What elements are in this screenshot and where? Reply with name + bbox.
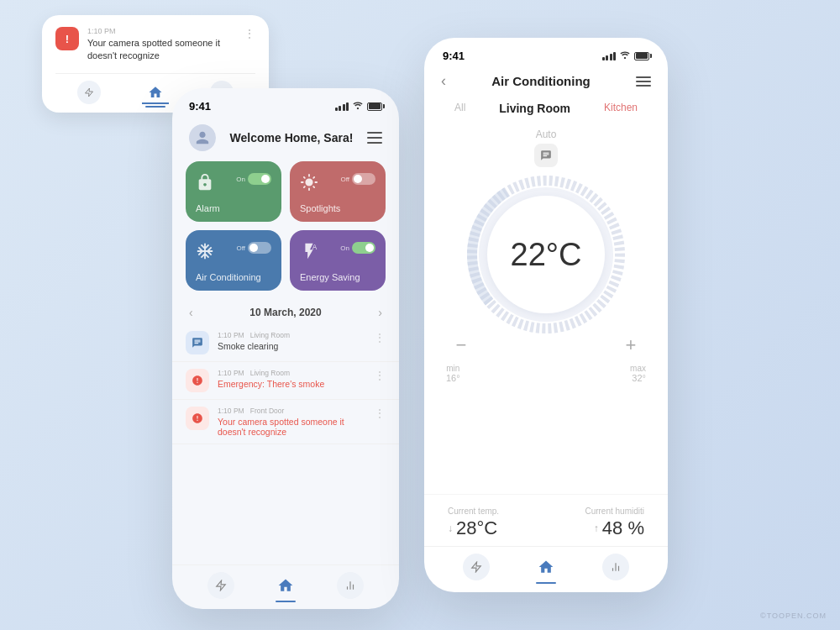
ac-title: Air Conditioning: [491, 74, 590, 88]
date-nav: ‹ 10 March, 2020 ›: [172, 301, 399, 324]
right-nav-chart-icon[interactable]: [602, 554, 629, 580]
tab-all[interactable]: All: [448, 98, 472, 118]
activity-item-camera: 1:10 PM Front Door Your camera spotted s…: [172, 400, 399, 444]
left-phone: 9:41 Welcome Home, Sara!: [172, 88, 399, 609]
activity-smoke-meta: 1:10 PM Living Room: [218, 331, 290, 339]
current-humid-value: ↑ 48 %: [585, 517, 644, 539]
energy-toggle[interactable]: On: [340, 242, 375, 254]
right-wifi-icon: [619, 50, 631, 62]
user-avatar[interactable]: [189, 124, 216, 151]
energy-tile-icon: A: [300, 242, 318, 265]
mini-nav-bolt-icon[interactable]: [77, 81, 101, 104]
right-phone: 9:41 ‹ Air Conditioning A: [424, 38, 668, 592]
current-humid-reading: Current humiditi ↑ 48 %: [585, 507, 644, 539]
mini-alert-icon: !: [55, 27, 79, 50]
auto-label: Auto: [536, 129, 557, 140]
range-min: min 16°: [446, 364, 460, 383]
energy-tile-name: Energy Saving: [300, 272, 375, 282]
ac-tile-name: Air Conditioning: [196, 272, 271, 282]
mini-card-more[interactable]: ⋮: [244, 27, 255, 40]
spotlights-tile-name: Spotlights: [300, 203, 375, 213]
alarm-tile-name: Alarm: [196, 203, 271, 213]
alarm-toggle-label: On: [236, 176, 245, 183]
svg-text:A: A: [312, 244, 318, 251]
spotlights-tile[interactable]: Off Spotlights: [290, 161, 386, 222]
current-readings: Current temp. ↓ 28°C Current humiditi ↑ …: [424, 494, 668, 546]
mode-icon[interactable]: [534, 144, 558, 167]
spotlights-toggle[interactable]: Off: [340, 173, 375, 185]
tab-living-room[interactable]: Living Room: [492, 98, 577, 118]
activity-camera-title: Your camera spotted someone it doesn't r…: [218, 417, 365, 437]
tab-kitchen[interactable]: Kitchen: [597, 98, 644, 118]
energy-toggle-switch[interactable]: [352, 242, 375, 254]
alarm-tile-icon: [196, 173, 214, 197]
activity-camera-icon: [186, 407, 209, 430]
alarm-toggle[interactable]: On: [236, 173, 271, 185]
date-text: 10 March, 2020: [249, 307, 321, 318]
activity-emergency-details: 1:10 PM Living Room Emergency: There's s…: [218, 369, 324, 389]
dial-center: 22°C: [511, 237, 582, 273]
mini-nav-home-icon[interactable]: [144, 81, 167, 104]
left-nav-bolt-icon[interactable]: [207, 572, 234, 599]
ac-tile-toggle-label: Off: [236, 244, 245, 252]
right-status-bar: 9:41: [424, 38, 668, 67]
current-humid-number: 48 %: [602, 517, 644, 539]
energy-tile[interactable]: A On Energy Saving: [290, 230, 386, 291]
left-bottom-nav: [172, 564, 399, 609]
svg-marker-14: [471, 562, 480, 572]
svg-marker-0: [85, 88, 92, 97]
activity-smoke-title: Smoke clearing: [218, 341, 290, 351]
range-max-val: 32°: [630, 373, 646, 383]
temperature-dial: 22°C: [462, 171, 630, 339]
right-nav-bolt-icon[interactable]: [463, 554, 490, 580]
back-arrow[interactable]: ‹: [441, 72, 446, 90]
ac-tile-toggle[interactable]: Off: [236, 242, 271, 254]
mini-card-meta: 1:10 PM: [87, 27, 235, 35]
ac-tile-toggle-switch[interactable]: [248, 242, 271, 254]
current-humid-label: Current humiditi: [585, 507, 644, 516]
left-nav-home-icon[interactable]: [272, 572, 299, 599]
spotlights-toggle-switch[interactable]: [352, 173, 375, 185]
dial-temperature: 22°C: [511, 237, 582, 273]
temp-down-arrow: ↓: [448, 522, 453, 534]
ac-tile-icon: [196, 242, 214, 265]
alarm-tile[interactable]: On Alarm: [186, 161, 281, 222]
activity-camera-meta: 1:10 PM Front Door: [218, 407, 365, 415]
activity-info-icon: [186, 331, 209, 354]
right-time: 9:41: [443, 50, 465, 62]
activity-camera-details: 1:10 PM Front Door Your camera spotted s…: [218, 407, 365, 437]
left-nav-chart-icon[interactable]: [337, 572, 364, 599]
date-prev-arrow[interactable]: ‹: [189, 306, 193, 319]
current-temp-reading: Current temp. ↓ 28°C: [448, 507, 499, 539]
left-signal-icon: [335, 102, 349, 111]
menu-icon[interactable]: [367, 132, 382, 144]
range-min-val: 16°: [446, 373, 460, 383]
ac-header: ‹ Air Conditioning: [424, 67, 668, 98]
humid-up-arrow: ↑: [594, 522, 599, 534]
alarm-toggle-switch[interactable]: [248, 173, 271, 185]
activity-camera-more[interactable]: ⋮: [374, 407, 386, 420]
right-bottom-nav: [424, 546, 668, 592]
left-phone-header: Welcome Home, Sara!: [172, 118, 399, 161]
activity-emergency-more[interactable]: ⋮: [374, 369, 386, 382]
current-temp-value: ↓ 28°C: [448, 517, 499, 539]
activity-smoke-more[interactable]: ⋮: [374, 331, 386, 344]
room-tabs: All Living Room Kitchen: [424, 98, 668, 129]
watermark: ©TOOPEN.COM: [760, 612, 827, 620]
range-max-label: max: [630, 364, 646, 373]
svg-marker-5: [217, 580, 226, 591]
range-min-label: min: [446, 364, 460, 373]
right-signal-icon: [602, 52, 617, 60]
left-time: 9:41: [189, 100, 211, 113]
right-nav-home-icon[interactable]: [533, 554, 559, 580]
current-temp-number: 28°C: [456, 517, 497, 539]
left-battery-icon: [367, 102, 382, 111]
activity-emergency-icon: [186, 369, 209, 392]
date-next-arrow[interactable]: ›: [378, 306, 382, 319]
activity-item-emergency: 1:10 PM Living Room Emergency: There's s…: [172, 362, 399, 400]
range-max: max 32°: [630, 364, 646, 383]
right-menu-icon[interactable]: [636, 76, 651, 87]
ac-tile[interactable]: Off Air Conditioning: [186, 230, 281, 291]
dial-range: min 16° max 32°: [438, 364, 654, 383]
left-wifi-icon: [352, 100, 364, 113]
